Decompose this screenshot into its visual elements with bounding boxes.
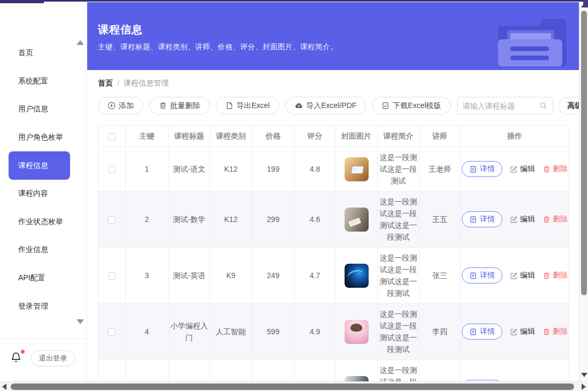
advanced-search-button[interactable]: 高级搜索	[558, 97, 579, 114]
row-select-cell	[98, 304, 126, 360]
row-checkbox[interactable]	[108, 272, 116, 280]
edit-icon	[510, 328, 518, 336]
column-header: 价格	[252, 126, 295, 147]
edit-button[interactable]: 编辑	[510, 271, 535, 280]
sidebar-item-label: 登录管理	[18, 302, 48, 311]
sidebar-item[interactable]: API配置	[0, 264, 86, 293]
vertical-scrollbar-thumb[interactable]	[581, 11, 587, 295]
row-checkbox[interactable]	[108, 328, 116, 336]
cover-image[interactable]	[345, 376, 369, 382]
scroll-down-arrow-icon[interactable]	[581, 373, 587, 377]
detail-button[interactable]: 详情	[462, 211, 502, 227]
cell-price: 350	[252, 360, 295, 382]
download-template-button[interactable]: 下载Excel模版	[372, 97, 450, 114]
detail-document-icon	[469, 165, 477, 173]
import-excel-button[interactable]: 导入Excel/PDF	[285, 97, 366, 114]
sidebar-item[interactable]: 系统配置	[0, 67, 86, 96]
notification-dot	[21, 350, 25, 354]
vertical-scrollbar[interactable]	[579, 0, 588, 381]
delete-button[interactable]: 删除	[543, 214, 568, 224]
page-header-banner: 课程信息 主键、课程标题、课程类别、讲师、价格、评分、封面图片、课程简介。	[87, 2, 579, 70]
sidebar-item[interactable]: 课程信息	[9, 151, 70, 180]
breadcrumb-home[interactable]: 首页	[98, 79, 113, 88]
sidebar-scroll-down-icon[interactable]	[77, 319, 84, 324]
row-select-cell	[98, 191, 126, 248]
window-top-border	[0, 0, 588, 2]
trash-icon	[159, 102, 167, 110]
detail-button[interactable]: 详情	[462, 267, 502, 283]
select-all-header	[98, 126, 126, 147]
content-area: 首页 / 课程信息管理 添加 批量删除 导出Excel 导入Excel/PDF	[87, 79, 579, 381]
delete-trash-icon	[543, 328, 551, 336]
sidebar-item[interactable]: 首页	[0, 39, 86, 67]
column-header: 课程标题	[169, 126, 210, 147]
horizontal-scrollbar[interactable]	[0, 381, 588, 391]
detail-document-icon	[469, 272, 477, 280]
row-checkbox[interactable]	[108, 216, 116, 224]
sidebar-item-label: API配置	[18, 273, 45, 283]
sidebar-item[interactable]: 用户信息	[0, 95, 86, 124]
edit-button[interactable]: 编辑	[510, 214, 535, 224]
cell-price: 199	[252, 147, 295, 191]
cell-intro: 这是一段测试这是一段测试这是一段测试	[378, 191, 419, 248]
sidebar-item-label: 首页	[18, 48, 33, 58]
cell-actions: 详情 编辑 删除	[461, 147, 569, 191]
sidebar-footer-divider	[0, 339, 86, 339]
sidebar-item[interactable]: 用户角色枚举	[0, 124, 86, 152]
breadcrumb-current: 课程信息管理	[124, 79, 169, 88]
cell-cover	[335, 248, 378, 304]
export-excel-button[interactable]: 导出Excel	[216, 97, 279, 114]
cell-teacher: 王五	[419, 191, 461, 248]
sidebar-item-label: 系统配置	[18, 76, 48, 86]
breadcrumb-separator: /	[117, 79, 119, 88]
delete-button[interactable]: 删除	[543, 327, 568, 336]
cell-course-category: K12	[210, 191, 252, 248]
sidebar-item-label: 课程信息	[18, 161, 48, 171]
add-button[interactable]: 添加	[98, 97, 143, 114]
delete-button[interactable]: 删除	[543, 271, 568, 280]
cover-image[interactable]	[345, 157, 369, 181]
cell-cover	[335, 360, 378, 382]
horizontal-scrollbar-thumb[interactable]	[11, 384, 574, 390]
edit-button[interactable]: 编辑	[510, 164, 535, 174]
cell-rating: 4.7	[295, 248, 335, 304]
cell-course-title: 测试-语文	[169, 147, 210, 191]
cell-primary-key: 2	[126, 191, 169, 248]
scroll-left-arrow-icon[interactable]	[2, 384, 6, 390]
cell-course-category: 人工智能	[210, 304, 252, 360]
column-header: 课程简介	[378, 126, 419, 147]
sidebar-item[interactable]: 作业状态枚举	[0, 208, 86, 236]
cover-image[interactable]	[345, 208, 369, 232]
detail-button[interactable]: 详情	[462, 324, 502, 340]
sidebar-item[interactable]: 登录管理	[0, 292, 86, 320]
search-icon[interactable]	[539, 102, 547, 110]
cell-price: 599	[252, 304, 295, 360]
batch-delete-button[interactable]: 批量删除	[149, 97, 210, 114]
cover-image[interactable]	[345, 320, 369, 344]
cell-teacher: 张三	[419, 248, 461, 304]
cell-rating: 4.8	[295, 147, 335, 191]
column-header: 主键	[126, 126, 169, 147]
cell-intro: 这是一段测试这是一段测试这是一段测试	[378, 304, 419, 360]
table-body: 1 测试-语文 K12 199 4.8 这是一段测试这是一段测试 王老师 详情 …	[98, 147, 569, 382]
search-input[interactable]	[463, 102, 539, 110]
course-table: 主键课程标题课程类别价格评分封面图片课程简介讲师操作 1 测试-语文 K12 1…	[98, 125, 569, 381]
bell-icon	[10, 351, 22, 364]
scroll-right-arrow-icon[interactable]	[582, 384, 586, 390]
row-checkbox[interactable]	[108, 166, 116, 173]
logout-button[interactable]: 退出登录	[30, 350, 75, 366]
cell-actions: 详情 编辑 删除	[461, 360, 569, 382]
notification-bell-button[interactable]	[10, 351, 24, 365]
sidebar-item[interactable]: 课程内容	[0, 180, 86, 208]
cover-image[interactable]	[345, 264, 369, 288]
delete-button[interactable]: 删除	[543, 164, 568, 174]
select-all-checkbox[interactable]	[108, 133, 116, 141]
sidebar-item[interactable]: 作业信息	[0, 236, 86, 264]
document-check-icon	[381, 102, 390, 110]
table-row: 3 测试-英语 K9 249 4.7 这是一段测试这是一段测试这是一段测试 张三…	[98, 248, 569, 304]
table-row: 2 测试-数学 K12 299 4.6 这是一段测试这是一段测试这是一段测试 王…	[98, 191, 569, 248]
detail-button[interactable]: 详情	[462, 161, 502, 177]
sidebar-nav: 首页 系统配置 用户信息 用户角色枚举 课程信息 课程内容 作业状态枚举 作业信…	[0, 39, 86, 320]
delete-trash-icon	[543, 165, 551, 173]
edit-button[interactable]: 编辑	[510, 327, 535, 336]
